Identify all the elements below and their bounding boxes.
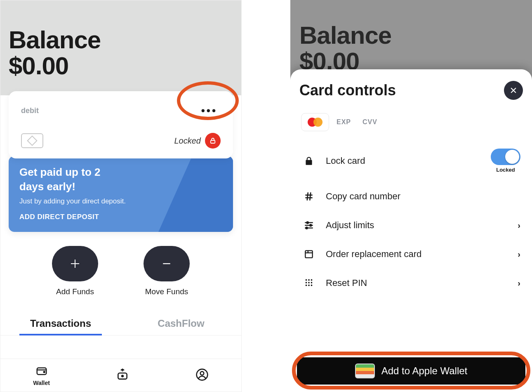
chevron-right-icon: › <box>518 221 520 230</box>
person-icon <box>195 368 209 383</box>
wallet-icon <box>34 365 49 379</box>
cvv-label: CVV <box>363 118 377 126</box>
direct-deposit-promo[interactable]: Get paid up to 2 days early! Just by add… <box>9 156 233 232</box>
move-funds-button[interactable]: Move Funds <box>144 246 190 296</box>
svg-point-26 <box>308 279 310 281</box>
move-funds-label: Move Funds <box>145 287 188 296</box>
lock-toggle[interactable] <box>491 149 520 165</box>
lock-card-label: Lock card <box>326 156 481 166</box>
svg-point-25 <box>306 279 307 281</box>
add-to-apple-wallet-button[interactable]: Add to Apple Wallet <box>297 357 525 385</box>
svg-point-19 <box>310 224 311 226</box>
order-replacement-row[interactable]: Order replacement card › <box>299 240 523 269</box>
close-icon <box>509 86 518 94</box>
card-chip-icon <box>21 133 43 148</box>
lock-toggle-status: Locked <box>496 167 515 173</box>
nav-profile[interactable] <box>195 368 209 383</box>
debit-card-area: debit ••• Locked Get paid up to 2 days e… <box>9 91 233 232</box>
card-controls-screen: Balance $0.00 Card controls EXP CVV <box>290 0 532 392</box>
chevron-right-icon: › <box>518 279 520 288</box>
adjust-limits-row[interactable]: Adjust limits › <box>299 211 523 240</box>
fund-actions: Add Funds Move Funds <box>29 246 212 296</box>
promo-cta[interactable]: ADD DIRECT DEPOSIT <box>19 213 222 221</box>
card-type-label: debit <box>21 106 39 115</box>
add-funds-button[interactable]: Add Funds <box>52 246 98 296</box>
svg-point-17 <box>307 222 308 223</box>
nav-wallet[interactable]: Wallet <box>33 365 50 386</box>
minus-icon <box>144 246 190 281</box>
card-summary: EXP CVV <box>299 109 523 134</box>
add-funds-label: Add Funds <box>56 287 94 296</box>
apple-wallet-label: Add to Apple Wallet <box>381 365 468 377</box>
svg-rect-0 <box>211 140 215 143</box>
balance-label: Balance <box>9 27 233 53</box>
svg-point-29 <box>308 282 310 283</box>
exp-label: EXP <box>337 118 351 126</box>
controls-list: Lock card Locked Copy card number Adjust… <box>299 139 523 298</box>
tab-cashflow[interactable]: CashFlow <box>121 312 241 335</box>
svg-point-27 <box>311 279 313 281</box>
locked-text: Locked <box>174 136 201 146</box>
lock-icon <box>302 156 316 166</box>
svg-point-28 <box>306 282 307 283</box>
mastercard-icon <box>301 113 329 131</box>
lock-icon <box>205 133 221 149</box>
balance-hero: Balance $0.00 <box>0 0 241 95</box>
svg-point-21 <box>306 227 307 229</box>
apple-wallet-icon <box>355 364 375 378</box>
copy-card-number-row[interactable]: Copy card number <box>299 182 523 211</box>
promo-subtitle: Just by adding your direct deposit. <box>19 197 222 205</box>
nav-transfer[interactable] <box>115 368 130 383</box>
hash-icon <box>302 191 316 202</box>
balance-amount: $0.00 <box>9 53 233 79</box>
plus-icon <box>52 246 98 281</box>
svg-point-9 <box>200 371 204 375</box>
chevron-right-icon: › <box>518 250 520 259</box>
package-icon <box>302 249 316 260</box>
activity-tabs: Transactions CashFlow <box>0 312 241 335</box>
bottom-nav: Wallet <box>0 359 241 392</box>
svg-point-7 <box>122 375 123 377</box>
svg-point-31 <box>306 285 307 286</box>
tab-transactions[interactable]: Transactions <box>0 312 121 335</box>
nav-wallet-label: Wallet <box>33 380 50 386</box>
svg-point-30 <box>311 282 313 283</box>
reset-pin-row[interactable]: Reset PIN › <box>299 269 523 298</box>
svg-point-5 <box>43 371 45 373</box>
transfer-icon <box>115 368 130 383</box>
svg-point-33 <box>311 285 313 286</box>
adjust-limits-label: Adjust limits <box>326 220 508 231</box>
copy-card-label: Copy card number <box>326 191 520 202</box>
promo-title: Get paid up to 2 days early! <box>19 165 127 194</box>
reset-pin-label: Reset PIN <box>326 278 508 288</box>
order-replacement-label: Order replacement card <box>326 249 508 260</box>
wallet-screen: Balance $0.00 debit ••• Locked Get <box>0 0 242 392</box>
close-button[interactable] <box>504 81 523 100</box>
card-more-button[interactable]: ••• <box>198 103 221 119</box>
lock-card-row[interactable]: Lock card Locked <box>299 139 523 182</box>
sliders-icon <box>302 220 316 231</box>
card-controls-sheet: Card controls EXP CVV Lock card <box>290 69 532 392</box>
keypad-icon <box>302 278 316 288</box>
svg-line-14 <box>307 192 308 201</box>
sheet-title: Card controls <box>299 82 396 99</box>
card-locked-status: Locked <box>174 133 221 149</box>
svg-line-15 <box>310 192 311 201</box>
debit-card: debit ••• Locked <box>9 91 233 158</box>
lock-toggle-wrap: Locked <box>491 149 520 173</box>
svg-point-32 <box>308 285 310 286</box>
svg-rect-22 <box>305 250 312 257</box>
